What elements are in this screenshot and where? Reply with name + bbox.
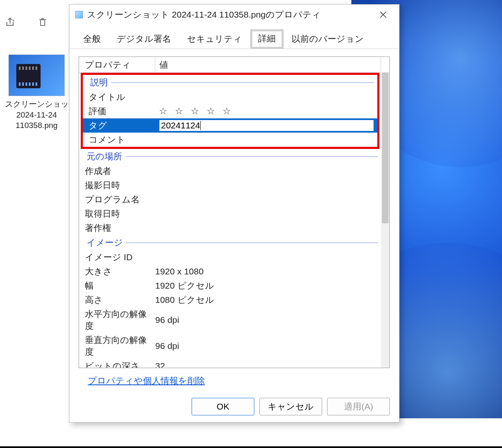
group-origin-label: 元の場所 xyxy=(87,151,122,162)
row-comments[interactable]: コメント xyxy=(83,133,377,147)
prop-dimensions-value: 1920 x 1080 xyxy=(155,266,381,276)
row-program-name[interactable]: プログラム名 xyxy=(79,192,381,207)
column-value[interactable]: 値 xyxy=(155,57,381,72)
scrollbar[interactable] xyxy=(381,73,389,368)
row-authors[interactable]: 作成者 xyxy=(79,164,381,178)
prop-image-id-label: イメージ ID xyxy=(85,251,155,263)
properties-list: プロパティ 値 説明 タイトル 評価 ☆ ☆ ☆ ☆ ☆ xyxy=(79,56,390,368)
group-description: 説明 xyxy=(83,75,377,90)
rating-stars[interactable]: ☆ ☆ ☆ ☆ ☆ xyxy=(159,106,377,117)
row-dimensions[interactable]: 大きさ 1920 x 1080 xyxy=(79,264,381,279)
scrollbar-thumb[interactable] xyxy=(382,73,389,223)
file-item[interactable]: スクリーンショッ 2024-11-24 110358.png xyxy=(4,54,69,131)
row-width[interactable]: 幅 1920 ピクセル xyxy=(79,279,381,293)
row-title[interactable]: タイトル xyxy=(83,90,377,104)
prop-height-value: 1080 ピクセル xyxy=(155,294,381,306)
group-image: イメージ xyxy=(79,235,381,250)
row-height[interactable]: 高さ 1080 ピクセル xyxy=(79,293,381,307)
file-thumbnail xyxy=(8,54,65,96)
group-image-label: イメージ xyxy=(87,237,123,248)
prop-width-value: 1920 ピクセル xyxy=(155,280,381,292)
prop-tags-label: タグ xyxy=(89,120,159,131)
row-rating[interactable]: 評価 ☆ ☆ ☆ ☆ ☆ xyxy=(83,104,377,118)
remove-properties-link[interactable]: プロパティや個人情報を削除 xyxy=(88,375,205,387)
tab-strip: 全般 デジタル署名 セキュリティ 詳細 以前のバージョン xyxy=(69,25,399,49)
row-bitdepth[interactable]: ビットの深さ 32 xyxy=(79,359,381,368)
prop-comments-label: コメント xyxy=(89,134,159,146)
properties-dialog: スクリーンショット 2024-11-24 110358.pngのプロパティ 全般… xyxy=(69,4,400,422)
column-header: プロパティ 値 xyxy=(79,57,389,73)
prop-hres-value: 96 dpi xyxy=(155,315,381,325)
description-highlight: 説明 タイトル 評価 ☆ ☆ ☆ ☆ ☆ タグ 20241124 xyxy=(81,73,379,149)
row-vres[interactable]: 垂直方向の解像度 96 dpi xyxy=(79,333,381,359)
file-label: スクリーンショッ 2024-11-24 110358.png xyxy=(4,99,69,131)
prop-date-acquired-label: 取得日時 xyxy=(85,208,155,220)
tab-security[interactable]: セキュリティ xyxy=(179,29,250,49)
prop-bitdepth-label: ビットの深さ xyxy=(85,360,155,368)
row-copyright[interactable]: 著作権 xyxy=(79,221,381,235)
row-date-acquired[interactable]: 取得日時 xyxy=(79,207,381,221)
prop-vres-value: 96 dpi xyxy=(155,341,381,351)
prop-rating-label: 評価 xyxy=(89,105,159,117)
dialog-content: プロパティ 値 説明 タイトル 評価 ☆ ☆ ☆ ☆ ☆ xyxy=(69,49,399,387)
tab-details[interactable]: 詳細 xyxy=(250,29,284,49)
group-divider xyxy=(111,82,374,83)
share-icon[interactable] xyxy=(5,17,16,31)
group-divider xyxy=(126,156,378,157)
tab-previous-versions[interactable]: 以前のバージョン xyxy=(284,29,372,49)
rows-container: 説明 タイトル 評価 ☆ ☆ ☆ ☆ ☆ タグ 20241124 xyxy=(79,73,381,368)
tags-input[interactable]: 20241124 xyxy=(159,120,374,131)
prop-width-label: 幅 xyxy=(85,280,155,292)
prop-height-label: 高さ xyxy=(85,294,155,306)
explorer-toolbar xyxy=(0,17,71,31)
delete-icon[interactable] xyxy=(38,17,48,31)
prop-authors-label: 作成者 xyxy=(85,165,155,177)
close-button[interactable] xyxy=(373,6,393,23)
prop-copyright-label: 著作権 xyxy=(85,222,155,234)
tab-general[interactable]: 全般 xyxy=(75,29,109,49)
file-type-icon xyxy=(75,11,83,18)
row-hres[interactable]: 水平方向の解像度 96 dpi xyxy=(79,307,381,333)
prop-program-name-label: プログラム名 xyxy=(85,194,155,205)
ok-button[interactable]: OK xyxy=(192,398,254,415)
group-divider xyxy=(126,243,378,243)
prop-date-taken-label: 撮影日時 xyxy=(85,179,155,191)
dialog-title: スクリーンショット 2024-11-24 110358.pngのプロパティ xyxy=(87,9,369,20)
row-date-taken[interactable]: 撮影日時 xyxy=(79,178,381,192)
text-cursor xyxy=(200,121,201,130)
prop-hres-label: 水平方向の解像度 xyxy=(85,308,155,332)
apply-button: 適用(A) xyxy=(327,398,390,415)
prop-bitdepth-value: 32 xyxy=(155,361,381,368)
titlebar: スクリーンショット 2024-11-24 110358.pngのプロパティ xyxy=(69,5,399,25)
column-property[interactable]: プロパティ xyxy=(79,57,155,72)
page-bottom-border xyxy=(0,446,502,448)
prop-vres-label: 垂直方向の解像度 xyxy=(85,334,155,358)
tags-input-value: 20241124 xyxy=(161,120,200,131)
cancel-button[interactable]: キャンセル xyxy=(259,398,322,415)
group-origin: 元の場所 xyxy=(79,149,381,164)
group-description-label: 説明 xyxy=(90,77,108,88)
dialog-button-row: OK キャンセル 適用(A) xyxy=(192,398,390,415)
prop-title-label: タイトル xyxy=(89,91,159,103)
prop-dimensions-label: 大きさ xyxy=(85,266,155,277)
row-tags[interactable]: タグ 20241124 xyxy=(83,118,377,133)
tab-digital-signature[interactable]: デジタル署名 xyxy=(109,29,179,49)
row-image-id[interactable]: イメージ ID xyxy=(79,250,381,264)
